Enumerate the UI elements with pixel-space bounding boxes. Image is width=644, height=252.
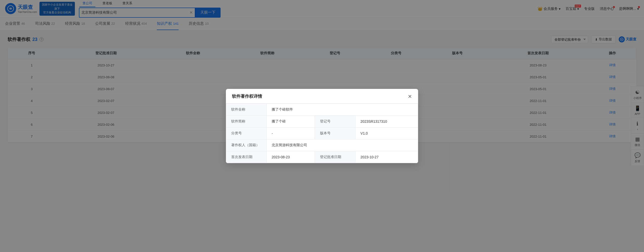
detail-table: 软件全称 搬了个砖软件 软件简称 搬了个砖 登记号 2023SR1317310 … [226, 104, 418, 147]
value-regno: 2023SR1317310 [355, 116, 418, 128]
label-copyright: 著作权人（国籍） [226, 139, 267, 147]
value-version: V1.0 [355, 128, 418, 139]
label-fullname: 软件全称 [226, 104, 267, 116]
modal-body: 软件全称 搬了个砖软件 软件简称 搬了个砖 登记号 2023SR1317310 … [226, 104, 418, 147]
modal-title: 软件著作权详情 [232, 93, 262, 99]
detail-row-fullname: 软件全称 搬了个砖软件 [226, 104, 418, 116]
detail-row-category: 分类号 - 版本号 V1.0 [226, 128, 418, 139]
value-fullname: 搬了个砖软件 [267, 104, 418, 116]
detail-modal: 软件著作权详情 ✕ 软件全称 搬了个砖软件 软件简称 搬了个砖 登记号 2023… [226, 89, 418, 147]
label-version: 版本号 [315, 128, 355, 139]
label-category: 分类号 [226, 128, 267, 139]
modal-overlay[interactable]: 软件著作权详情 ✕ 软件全称 搬了个砖软件 软件简称 搬了个砖 登记号 2023… [0, 0, 644, 147]
modal-close-button[interactable]: ✕ [408, 94, 412, 99]
value-copyright: 北京简游科技有限公司 [267, 139, 418, 147]
value-category: - [267, 128, 315, 139]
modal-header: 软件著作权详情 ✕ [226, 89, 418, 104]
label-shortname: 软件简称 [226, 116, 267, 128]
value-shortname: 搬了个砖 [267, 116, 315, 128]
detail-row-copyright: 著作权人（国籍） 北京简游科技有限公司 [226, 139, 418, 147]
detail-row-shortname: 软件简称 搬了个砖 登记号 2023SR1317310 [226, 116, 418, 128]
label-regno: 登记号 [315, 116, 355, 128]
